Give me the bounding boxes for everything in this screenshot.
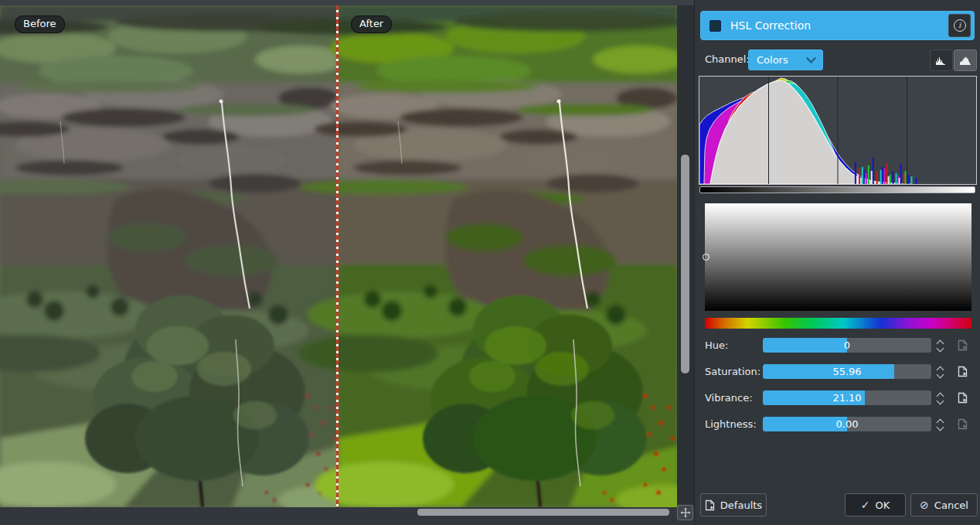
cancel-button-label: Cancel (934, 499, 968, 511)
reset-default-icon (705, 499, 715, 511)
saturation-slider[interactable]: 55.96 (763, 364, 931, 379)
pan-icon (680, 507, 691, 518)
before-label: Before (15, 15, 65, 33)
pan-button[interactable] (677, 505, 693, 520)
defaults-button[interactable]: Defaults (700, 493, 767, 516)
saturation-row: Saturation: 55.96 (695, 364, 980, 379)
color-picker-cursor[interactable] (703, 254, 709, 261)
spin-down-icon[interactable] (937, 371, 944, 379)
vertical-scrollbar[interactable] (677, 5, 694, 504)
ok-button[interactable]: ✓ OK (845, 493, 906, 516)
check-icon: ✓ (861, 499, 870, 510)
channel-label: Channel: (705, 53, 750, 65)
saturation-reset-button[interactable] (958, 366, 969, 378)
chevron-down-icon (806, 53, 816, 63)
logarithmic-histogram-icon (959, 56, 971, 65)
tool-enabled-checkbox[interactable] (709, 20, 721, 32)
image-preview[interactable] (0, 5, 677, 507)
lightness-label: Lightness: (705, 418, 757, 430)
lightness-slider[interactable]: 0.00 (763, 417, 931, 431)
hsl-correction-panel: HSL Correction i Channel: Colors (694, 0, 980, 525)
hue-gradient-bar[interactable] (705, 318, 971, 329)
histogram-logarithmic-scale-button[interactable] (954, 49, 977, 71)
image-preview-area: Before After (0, 0, 694, 525)
vibrance-label: Vibrance: (705, 392, 753, 404)
vertical-scrollbar-thumb[interactable] (681, 155, 689, 373)
histogram-chart (699, 77, 976, 184)
linear-histogram-icon (935, 56, 948, 65)
info-button[interactable]: i (948, 14, 971, 37)
info-icon: i (954, 19, 966, 32)
channel-dropdown-value: Colors (757, 54, 808, 66)
reset-default-icon (958, 392, 968, 404)
cancel-icon: ⊘ (920, 499, 929, 510)
saturation-lightness-picker[interactable] (705, 203, 971, 311)
preview-bottom-bar (0, 507, 694, 525)
saturation-slider-value: 55.96 (763, 366, 931, 377)
cancel-button[interactable]: ⊘ Cancel (910, 493, 978, 516)
before-after-split-line[interactable] (336, 5, 339, 507)
histogram-range-gradient[interactable] (699, 186, 975, 193)
vibrance-spinner[interactable] (934, 390, 947, 405)
after-label: After (351, 15, 392, 33)
horizontal-scrollbar-thumb[interactable] (417, 509, 669, 516)
hue-slider[interactable]: 0 (763, 338, 931, 353)
lightness-row: Lightness: 0.00 (695, 417, 980, 431)
tool-header[interactable]: HSL Correction i (700, 11, 975, 40)
preview-top-strip (0, 0, 694, 5)
defaults-button-label: Defaults (720, 499, 762, 511)
hue-reset-button[interactable] (958, 339, 969, 352)
ok-button-label: OK (875, 499, 890, 511)
spin-down-icon[interactable] (937, 424, 944, 431)
spin-down-icon[interactable] (937, 397, 944, 405)
reset-default-icon (958, 418, 968, 430)
hue-spinner[interactable] (934, 338, 947, 353)
spin-down-icon[interactable] (937, 345, 944, 353)
vibrance-reset-button[interactable] (958, 392, 969, 404)
lightness-spinner[interactable] (934, 417, 947, 431)
saturation-label: Saturation: (705, 366, 761, 377)
vibrance-slider-value: 21.10 (763, 392, 931, 404)
histogram-linear-scale-button[interactable] (930, 49, 953, 71)
vibrance-slider[interactable]: 21.10 (763, 390, 931, 405)
channel-row: Channel: Colors (695, 49, 980, 71)
reset-default-icon (958, 366, 968, 377)
channel-dropdown[interactable]: Colors (748, 49, 823, 70)
hue-label: Hue: (705, 339, 728, 351)
vibrance-row: Vibrance: 21.10 (695, 390, 980, 405)
saturation-spinner[interactable] (934, 364, 947, 379)
lightness-reset-button[interactable] (958, 418, 969, 431)
tool-title: HSL Correction (730, 19, 948, 32)
lightness-slider-value: 0.00 (763, 418, 931, 430)
reset-default-icon (958, 339, 968, 351)
hue-row: Hue: 0 (695, 338, 980, 353)
landscape-photo (0, 5, 677, 507)
histogram-display[interactable] (699, 76, 977, 185)
hue-slider-value: 0 (763, 339, 931, 351)
